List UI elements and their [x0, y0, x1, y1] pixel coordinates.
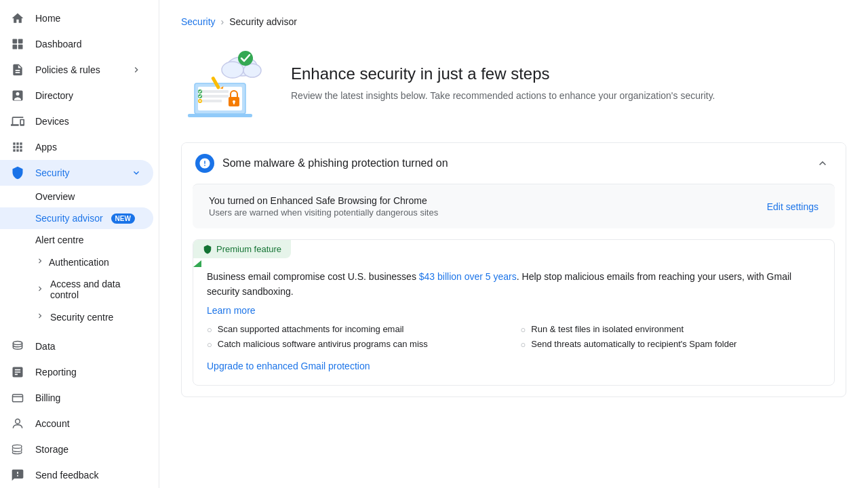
premium-features-list: ○ Scan supported attachments for incomin… — [207, 324, 821, 350]
svg-point-9 — [243, 64, 261, 77]
sidebar-item-apps[interactable]: Apps — [0, 134, 153, 160]
premium-tag: Premium feature — [193, 240, 291, 258]
new-badge: NEW — [111, 214, 135, 224]
hero-text: Enhance security in just a few steps Rev… — [291, 64, 715, 103]
sidebar-item-label: Devices — [35, 116, 142, 127]
svg-rect-14 — [201, 95, 229, 98]
directory-icon — [11, 89, 24, 102]
sidebar-subitem-label: Access and data control — [50, 279, 142, 300]
sidebar-subitem-overview[interactable]: Overview — [0, 186, 153, 207]
sidebar-subitem-security-centre[interactable]: Security centre — [0, 306, 153, 328]
svg-point-4 — [13, 342, 22, 345]
sidebar-item-reporting[interactable]: Reporting — [0, 359, 153, 385]
warning-info-icon — [195, 154, 214, 173]
premium-highlight[interactable]: $43 billion over 5 years — [419, 271, 517, 282]
sidebar-item-label: Reporting — [35, 367, 142, 378]
svg-rect-1 — [18, 39, 23, 44]
edit-settings-link[interactable]: Edit settings — [767, 201, 818, 212]
premium-description: Business email compromise cost U.S. busi… — [207, 269, 821, 300]
sidebar-subitem-label: Security centre — [50, 312, 113, 323]
svg-rect-0 — [13, 39, 18, 44]
hero-section: Enhance security in just a few steps Rev… — [181, 46, 846, 121]
sidebar-subitem-authentication[interactable]: Authentication — [0, 251, 153, 273]
chevron-right-icon — [35, 284, 45, 296]
sidebar-item-label: Security — [35, 167, 119, 178]
svg-rect-3 — [18, 45, 23, 49]
sidebar-item-send-feedback[interactable]: Send feedback — [0, 462, 153, 488]
data-icon — [11, 340, 24, 353]
breadcrumb-parent[interactable]: Security — [181, 16, 216, 27]
premium-tag-label: Premium feature — [216, 244, 281, 254]
premium-corner-arrow — [193, 260, 201, 267]
sidebar-subitem-access-data[interactable]: Access and data control — [0, 273, 153, 306]
breadcrumb: Security › Security advisor — [181, 16, 846, 27]
sidebar-item-label: Data — [35, 341, 142, 352]
sidebar-item-label: Directory — [35, 90, 142, 101]
premium-banner: Premium feature Business email compromis… — [193, 239, 835, 386]
sidebar-item-dashboard[interactable]: Dashboard — [0, 31, 153, 57]
policies-icon — [11, 63, 24, 77]
svg-rect-13 — [201, 90, 229, 93]
chevron-right-icon — [35, 311, 45, 323]
feature-item-3: ○ Run & test files in isolated environme… — [521, 324, 821, 335]
svg-rect-15 — [201, 100, 222, 102]
sidebar-item-billing[interactable]: Billing — [0, 385, 153, 411]
bullet-icon-1: ○ — [207, 325, 212, 335]
malware-section-title: Some malware & phishing protection turne… — [222, 157, 805, 169]
sidebar-subitem-security-advisor[interactable]: Security advisor NEW — [0, 207, 153, 229]
sidebar-item-storage[interactable]: Storage — [0, 436, 153, 462]
settings-row: You turned on Enhanced Safe Browsing for… — [193, 184, 835, 228]
settings-sub-text: Users are warned when visiting potential… — [209, 207, 438, 218]
sidebar-item-policies[interactable]: Policies & rules — [0, 57, 153, 83]
settings-main-text: You turned on Enhanced Safe Browsing for… — [209, 195, 438, 206]
collapse-button[interactable] — [813, 154, 832, 173]
hero-illustration — [181, 46, 269, 121]
sidebar-item-security[interactable]: Security — [0, 160, 153, 186]
feature-text-1: Scan supported attachments for incoming … — [218, 324, 404, 334]
sidebar-item-devices[interactable]: Devices — [0, 108, 153, 134]
storage-icon — [11, 443, 24, 456]
feature-text-2: Catch malicious software antivirus progr… — [218, 339, 428, 349]
premium-content: Business email compromise cost U.S. busi… — [193, 258, 834, 385]
bullet-icon-2: ○ — [207, 340, 212, 350]
apps-icon — [11, 140, 24, 154]
sidebar-item-label: Home — [35, 13, 142, 24]
sidebar-item-label: Billing — [35, 392, 142, 403]
upgrade-link[interactable]: Upgrade to enhanced Gmail protection — [207, 361, 370, 371]
sidebar-item-home[interactable]: Home — [0, 5, 153, 31]
feature-item-1: ○ Scan supported attachments for incomin… — [207, 324, 507, 335]
svg-rect-21 — [233, 102, 235, 104]
sidebar-subitem-alert-centre[interactable]: Alert centre — [0, 229, 153, 251]
feature-text-4: Send threats automatically to recipient'… — [531, 339, 736, 349]
svg-rect-5 — [13, 394, 23, 402]
breadcrumb-separator: › — [221, 16, 224, 27]
learn-more-link[interactable]: Learn more — [207, 305, 256, 316]
bullet-icon-4: ○ — [521, 340, 526, 350]
sidebar-subitem-label: Authentication — [49, 257, 109, 268]
bullet-icon-3: ○ — [521, 325, 526, 335]
malware-section-card: Some malware & phishing protection turne… — [181, 142, 846, 397]
billing-icon — [11, 391, 24, 405]
feature-item-2: ○ Catch malicious software antivirus pro… — [207, 339, 507, 350]
sidebar-item-label: Policies & rules — [35, 64, 119, 75]
svg-point-8 — [222, 62, 243, 78]
sidebar-item-data[interactable]: Data — [0, 333, 153, 359]
breadcrumb-current: Security advisor — [229, 16, 297, 27]
premium-body-text: Business email compromise cost U.S. busi… — [207, 271, 419, 282]
sidebar-subitem-label: Alert centre — [35, 235, 84, 245]
hero-description: Review the latest insights below. Take r… — [291, 89, 715, 103]
account-icon — [11, 417, 24, 430]
sidebar-item-label: Apps — [35, 142, 142, 152]
sidebar-item-directory[interactable]: Directory — [0, 83, 153, 108]
chevron-down-icon — [130, 167, 142, 179]
sidebar-item-label: Dashboard — [35, 39, 142, 49]
settings-text: You turned on Enhanced Safe Browsing for… — [209, 195, 438, 218]
feature-item-4: ○ Send threats automatically to recipien… — [521, 339, 821, 350]
svg-point-6 — [16, 419, 20, 424]
sidebar-item-account[interactable]: Account — [0, 411, 153, 436]
feedback-icon — [11, 468, 24, 482]
sidebar-item-label: Storage — [35, 444, 142, 455]
malware-section-header[interactable]: Some malware & phishing protection turne… — [182, 143, 846, 184]
main-content: Security › Security advisor — [159, 0, 868, 488]
dashboard-icon — [11, 37, 24, 51]
